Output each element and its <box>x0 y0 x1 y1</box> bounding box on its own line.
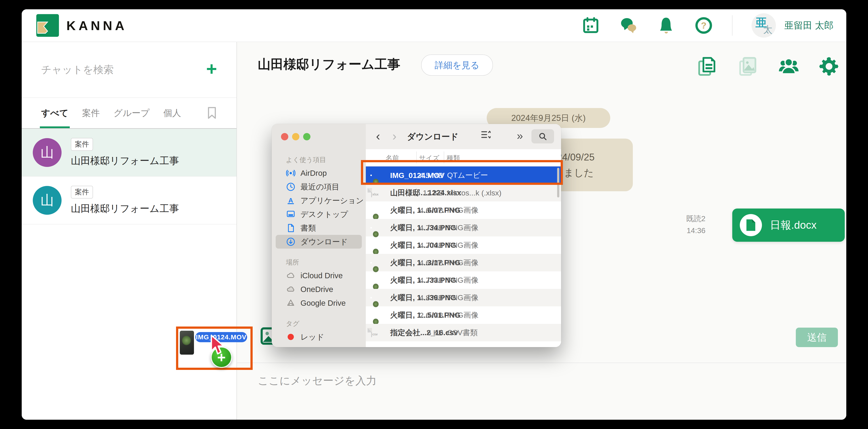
dragged-video-thumbnail[interactable] <box>180 331 194 355</box>
sidebar-item-applications[interactable]: A アプリケーション <box>272 194 366 207</box>
chat-title: 山田様邸リフォーム工事 <box>71 154 179 167</box>
bell-icon[interactable] <box>657 16 675 35</box>
finder-search-button[interactable] <box>531 129 554 143</box>
sidebar-item-tag-red[interactable]: レッド <box>272 330 366 344</box>
attachment-button[interactable]: 日報.docx <box>732 208 845 242</box>
file-row[interactable]: 火曜日, 1.../33.PNG 4.7 MB PNG画像 <box>366 271 561 289</box>
details-button[interactable]: 詳細を見る <box>421 55 493 76</box>
file-row[interactable]: 火曜日, 1...6/07.PNG 4.6 MB PNG画像 <box>366 201 561 219</box>
finder-section-tags: タグ <box>286 319 366 328</box>
sidebar-item-googledrive[interactable]: Google Drive <box>272 296 366 310</box>
chat-title: 山田様邸リフォーム工事 <box>71 202 179 215</box>
sidebar-item-desktop[interactable]: デスクトップ <box>272 207 366 221</box>
members-icon[interactable] <box>778 55 800 77</box>
chat-search-input[interactable]: チャットを検索 <box>41 63 114 76</box>
zoom-window-button[interactable] <box>303 133 310 140</box>
send-button[interactable]: 送信 <box>796 328 838 347</box>
sidebar-item-label: OneDrive <box>301 285 333 294</box>
list-view-icon[interactable] <box>481 130 491 139</box>
clock-icon <box>286 182 296 192</box>
orange-tag-icon <box>286 346 296 347</box>
brand-name: KANNA <box>66 18 127 33</box>
tab-all[interactable]: すべて <box>41 98 68 128</box>
topbar-divider <box>732 15 733 36</box>
finder-section-favorites: よく使う項目 <box>286 155 366 164</box>
message-meta: 既読2 14:36 <box>658 212 706 237</box>
bookmark-icon[interactable] <box>207 107 217 120</box>
sidebar-item-tag-orange[interactable]: オレンジ <box>272 344 366 347</box>
file-row[interactable]: 火曜日, 1...3/17.PNG 4.6 MB PNG画像 <box>366 254 561 271</box>
app-window: KANNA <box>22 9 846 420</box>
sidebar-item-label: AirDrop <box>301 169 327 177</box>
toolbar-more-icon[interactable]: » <box>517 129 523 142</box>
add-chat-button[interactable]: + <box>206 60 217 78</box>
file-row[interactable]: 火曜日, 1.../04.PNG 4.7 MB PNG画像 <box>366 236 561 254</box>
chat-type-badge: 案件 <box>71 186 93 199</box>
chat-main: 山田様邸リフォーム工事 詳細を見る <box>237 42 846 420</box>
finder-toolbar: ‹ › ダウンロード » <box>366 124 561 150</box>
file-row[interactable]: 火曜日, 1.../34.PNG 4.7 MB PNG画像 <box>366 219 561 236</box>
chat-bubbles-icon[interactable] <box>619 16 638 35</box>
cloud-icon <box>286 271 296 280</box>
message-time: 14:36 <box>658 225 706 236</box>
chat-avatar: 山 <box>33 138 62 167</box>
applications-icon: A <box>286 196 296 205</box>
file-row[interactable]: 火曜日, 1.../36.PNG 4.8 MB PNG画像 <box>366 289 561 306</box>
chat-avatar: 山 <box>33 186 62 215</box>
chat-list-item[interactable]: 山 案件 山田様邸リフォーム工事 <box>22 129 237 177</box>
google-drive-icon <box>286 298 296 308</box>
mouse-cursor <box>209 334 226 356</box>
message-input[interactable]: ここにメッセージを入力 <box>258 374 377 388</box>
tab-personal[interactable]: 個人 <box>163 98 181 128</box>
selected-row-annotation <box>361 160 563 185</box>
user-name: 亜留田 太郎 <box>784 19 833 32</box>
airdrop-icon <box>286 168 296 178</box>
user-menu[interactable]: 亜 太 亜留田 太郎 <box>751 13 833 38</box>
file-row[interactable]: 火曜日, 1...5/01.PNG 2.6 MB PNG画像 <box>366 306 561 324</box>
tab-projects[interactable]: 案件 <box>82 98 100 128</box>
sidebar-item-label: 書類 <box>301 223 316 233</box>
chat-filter-tabs: すべて 案件 グループ 個人 <box>22 98 237 129</box>
svg-text:A: A <box>288 197 293 204</box>
desktop-icon <box>286 209 296 219</box>
minimize-window-button[interactable] <box>292 133 299 140</box>
file-row[interactable]: csv 指定会社...2_16.csv 5 KB CSV書類 <box>366 324 561 341</box>
calendar-icon[interactable] <box>582 16 600 35</box>
sidebar-item-label: レッド <box>301 332 324 342</box>
image-icon[interactable] <box>737 55 759 77</box>
file-row[interactable]: xlsx 山田様邸…1224.xlsx 12 KB Micros...k (.x… <box>366 184 561 201</box>
sidebar-item-label: 最近の項目 <box>301 182 339 192</box>
close-window-button[interactable] <box>281 133 288 140</box>
document-icon <box>740 214 762 236</box>
tab-groups[interactable]: グループ <box>114 98 150 128</box>
sidebar-item-label: デスクトップ <box>301 209 348 220</box>
chat-type-badge: 案件 <box>71 138 93 151</box>
sidebar-item-label: オレンジ <box>301 345 332 347</box>
forward-icon[interactable]: › <box>392 129 397 143</box>
sidebar-item-label: アプリケーション <box>301 195 364 206</box>
page-title: 山田様邸リフォーム工事 <box>258 56 400 73</box>
svg-text:?: ? <box>701 20 707 31</box>
back-icon[interactable]: ‹ <box>376 129 380 143</box>
document-icon <box>286 223 296 233</box>
finder-section-locations: 場所 <box>286 258 366 267</box>
sidebar-item-icloud[interactable]: iCloud Drive <box>272 269 366 283</box>
sidebar-item-downloads[interactable]: ダウンロード <box>276 235 362 249</box>
sidebar-item-airdrop[interactable]: AirDrop <box>272 166 366 180</box>
help-icon[interactable]: ? <box>694 16 713 35</box>
sidebar-item-onedrive[interactable]: OneDrive <box>272 283 366 296</box>
documents-icon[interactable] <box>696 55 718 77</box>
cloud-icon <box>286 285 296 294</box>
sidebar-item-label: Google Drive <box>301 299 346 307</box>
top-bar: KANNA <box>22 9 846 42</box>
finder-sidebar: よく使う項目 AirDrop 最 <box>272 124 366 347</box>
finder-window[interactable]: よく使う項目 AirDrop 最 <box>272 124 561 347</box>
sidebar-item-label: iCloud Drive <box>301 271 343 280</box>
chat-list-item[interactable]: 山 案件 山田様邸リフォーム工事 <box>22 177 237 225</box>
sidebar-item-documents[interactable]: 書類 <box>272 221 366 235</box>
user-avatar: 亜 太 <box>751 13 776 38</box>
sidebar-item-recents[interactable]: 最近の項目 <box>272 180 366 194</box>
brand-logo[interactable]: KANNA <box>35 12 127 38</box>
gear-icon[interactable] <box>818 55 840 77</box>
avatar-char-sub: 太 <box>763 24 772 36</box>
